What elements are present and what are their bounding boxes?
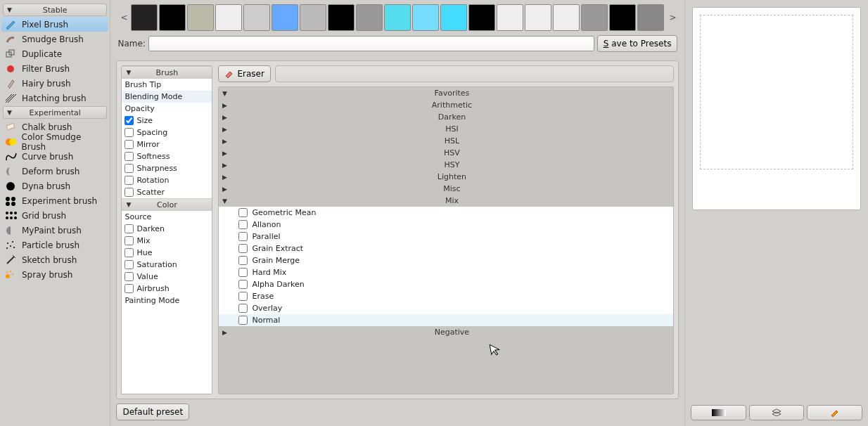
option-checkbox[interactable] [125, 272, 134, 281]
option-checkbox[interactable] [125, 248, 134, 257]
preset-thumbnail[interactable] [300, 4, 326, 31]
option-item[interactable]: Source [122, 211, 212, 223]
scratchpad-canvas[interactable] [700, 15, 853, 169]
blend-mode-item[interactable]: Hard Mix [219, 266, 673, 278]
default-preset-button[interactable]: Default preset [116, 404, 189, 420]
option-item[interactable]: Mirror [122, 138, 212, 150]
preset-thumbnail[interactable] [497, 4, 523, 31]
blend-mode-checkbox[interactable] [238, 208, 248, 217]
preset-thumbnail[interactable] [553, 4, 580, 31]
brush-engine-item[interactable]: Sketch brush [1, 252, 108, 267]
blend-mode-item[interactable]: Overlay [219, 302, 673, 314]
option-checkbox[interactable] [125, 284, 134, 293]
blend-mode-checkbox[interactable] [238, 280, 248, 289]
option-item[interactable]: Rotation [122, 174, 212, 186]
blend-mode-checkbox[interactable] [238, 232, 248, 241]
brush-engine-item[interactable]: Experiment brush [1, 193, 108, 208]
fill-gradient-button[interactable] [691, 405, 746, 420]
brush-engine-item[interactable]: MyPaint brush [1, 223, 108, 238]
options-brush-header[interactable]: ▼Brush [122, 66, 212, 79]
fill-layer-button[interactable] [749, 405, 805, 420]
preset-thumbnail[interactable] [440, 4, 467, 31]
brush-engine-item[interactable]: Color Smudge Brush [1, 134, 108, 149]
preset-next-button[interactable]: > [666, 13, 677, 22]
option-checkbox[interactable] [125, 140, 134, 149]
blend-category-header[interactable]: ▶Misc [219, 183, 673, 195]
blend-category-header[interactable]: ▶HSV [219, 147, 673, 159]
preset-thumbnail[interactable] [272, 4, 298, 31]
brush-engine-item[interactable]: Spray brush [1, 267, 108, 282]
brush-engine-item[interactable]: Particle brush [1, 238, 108, 252]
option-item[interactable]: Opacity [122, 103, 212, 115]
option-checkbox[interactable] [125, 260, 134, 269]
brush-engine-item[interactable]: Pixel Brush [1, 17, 108, 32]
brush-engine-item[interactable]: Duplicate [1, 46, 108, 61]
category-experimental-header[interactable]: ▼ Experimental [3, 106, 107, 119]
option-item[interactable]: Darken [122, 223, 212, 235]
preset-thumbnail[interactable] [131, 4, 158, 31]
preset-thumbnail[interactable] [384, 4, 411, 31]
blend-category-header[interactable]: ▶Arithmetic [219, 99, 673, 111]
preset-thumbnail[interactable] [243, 4, 270, 31]
blend-mode-checkbox[interactable] [238, 268, 248, 277]
option-item[interactable]: Airbrush [122, 283, 212, 295]
brush-engine-item[interactable]: Grid brush [1, 208, 108, 223]
option-checkbox[interactable] [125, 164, 134, 173]
brush-engine-item[interactable]: Hatching brush [1, 91, 108, 105]
blending-mode-tree[interactable]: ▼Favorites▶Arithmetic▶Darken▶HSI▶HSL▶HSV… [218, 86, 674, 394]
blend-category-header[interactable]: ▶HSY [219, 159, 673, 171]
option-checkbox[interactable] [125, 176, 134, 185]
option-item[interactable]: Spacing [122, 127, 212, 138]
blend-mode-item[interactable]: Alpha Darken [219, 278, 673, 290]
blend-mode-checkbox[interactable] [238, 244, 248, 253]
blend-category-header[interactable]: ▶Negative [219, 326, 673, 338]
blend-mode-item[interactable]: Geometric Mean [219, 207, 673, 219]
preset-thumbnail[interactable] [356, 4, 383, 31]
option-item[interactable]: Brush Tip [122, 79, 212, 91]
preset-thumbnail[interactable] [525, 4, 551, 31]
eraser-toggle-button[interactable]: Eraser [218, 65, 270, 82]
option-item[interactable]: Size [122, 115, 212, 127]
brush-engine-item[interactable]: Smudge Brush [1, 32, 108, 46]
save-to-presets-button[interactable]: Save to Presets [597, 35, 678, 52]
option-item[interactable]: Saturation [122, 259, 212, 271]
preset-thumbnail[interactable] [328, 4, 355, 31]
blend-category-header[interactable]: ▶HSI [219, 123, 673, 135]
blend-mode-checkbox[interactable] [238, 316, 248, 325]
blend-mode-item[interactable]: Grain Extract [219, 243, 673, 254]
preset-thumbnail[interactable] [581, 4, 608, 31]
blend-mode-checkbox[interactable] [238, 304, 248, 313]
blend-mode-item[interactable]: Grain Merge [219, 254, 673, 266]
option-item[interactable]: Painting Mode [122, 295, 212, 306]
blend-category-header[interactable]: ▼Favorites [219, 87, 673, 99]
options-color-header[interactable]: ▼Color [122, 198, 212, 211]
option-item[interactable]: Mix [122, 235, 212, 247]
option-item[interactable]: Softness [122, 150, 212, 162]
category-stable-header[interactable]: ▼ Stable [3, 4, 107, 16]
blend-mode-checkbox[interactable] [238, 292, 248, 301]
blend-mode-item[interactable]: Allanon [219, 219, 673, 231]
blend-mode-checkbox[interactable] [238, 220, 248, 229]
brush-engine-item[interactable]: Filter Brush [1, 61, 108, 76]
preset-thumbnail[interactable] [187, 4, 214, 31]
clear-scratchpad-button[interactable] [807, 405, 862, 420]
preset-thumbnail[interactable] [637, 4, 664, 31]
option-checkbox[interactable] [125, 152, 134, 161]
blend-category-header[interactable]: ▶Darken [219, 111, 673, 123]
preset-thumbnail[interactable] [468, 4, 495, 31]
brush-engine-item[interactable]: Dyna brush [1, 179, 108, 193]
option-item[interactable]: Hue [122, 247, 212, 259]
blend-category-header[interactable]: ▶Lighten [219, 171, 673, 183]
preset-thumbnail[interactable] [609, 4, 636, 31]
option-item[interactable]: Blending Mode [122, 91, 212, 103]
scratchpad[interactable] [692, 7, 861, 210]
option-checkbox[interactable] [125, 116, 134, 125]
blend-mode-item[interactable]: Parallel [219, 231, 673, 243]
option-item[interactable]: Scatter [122, 186, 212, 198]
option-item[interactable]: Value [122, 271, 212, 283]
blend-category-header[interactable]: ▶HSL [219, 135, 673, 147]
preset-prev-button[interactable]: < [117, 13, 129, 22]
option-checkbox[interactable] [125, 128, 134, 137]
blend-mode-item[interactable]: Erase [219, 290, 673, 302]
options-list[interactable]: ▼Brush Brush TipBlending ModeOpacitySize… [121, 65, 212, 394]
